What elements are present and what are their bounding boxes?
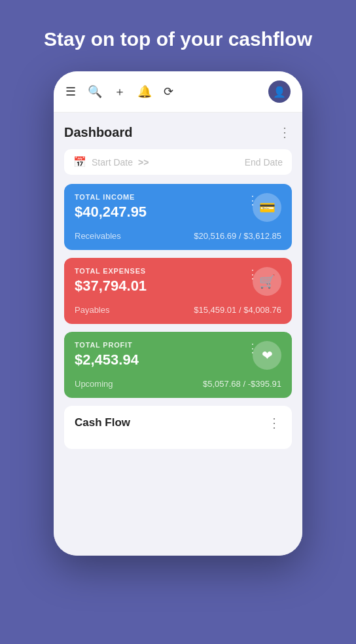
profit-amount: $2,453.94 xyxy=(75,351,139,368)
dashboard-title: Dashboard xyxy=(64,125,132,140)
income-sub-value: $20,516.69 / $3,612.85 xyxy=(194,231,281,241)
income-label: TOTAL INCOME xyxy=(75,193,147,201)
cashflow-title: Cash Flow xyxy=(75,416,130,429)
calendar-icon: 📅 xyxy=(73,156,86,168)
profit-sub-label: Upcoming xyxy=(75,379,113,389)
expenses-sub-label: Payables xyxy=(75,305,109,315)
hero-title: Stay on top of your cashflow xyxy=(18,0,338,71)
income-card-menu[interactable]: ⋮ xyxy=(247,193,259,207)
add-icon[interactable]: ＋ xyxy=(114,84,126,99)
expenses-card-info: TOTAL EXPENSES $37,794.01 xyxy=(75,267,147,295)
total-income-card: ⋮ TOTAL INCOME $40,247.95 💳 Receivables … xyxy=(64,184,292,250)
expenses-card-menu[interactable]: ⋮ xyxy=(247,267,259,281)
dashboard-header: Dashboard ⋮ xyxy=(64,124,292,140)
expenses-label: TOTAL EXPENSES xyxy=(75,267,147,275)
main-content: Dashboard ⋮ 📅 Start Date >> End Date ⋮ T… xyxy=(54,113,302,556)
income-sub-label: Receivables xyxy=(75,231,121,241)
profit-card-info: TOTAL PROFIT $2,453.94 xyxy=(75,341,139,368)
search-icon[interactable]: 🔍 xyxy=(88,84,102,99)
date-arrow: >> xyxy=(138,157,149,168)
expenses-icon: 🛒 xyxy=(259,274,276,289)
income-card-info: TOTAL INCOME $40,247.95 xyxy=(75,193,147,221)
profit-card-bottom: Upcoming $5,057.68 / -$395.91 xyxy=(75,379,281,389)
end-date-label: End Date xyxy=(154,157,283,168)
cashflow-menu-icon[interactable]: ⋮ xyxy=(268,415,281,431)
start-date-label: Start Date xyxy=(92,157,133,168)
menu-icon[interactable]: ☰ xyxy=(65,84,76,99)
date-range-bar[interactable]: 📅 Start Date >> End Date xyxy=(64,149,292,175)
avatar-icon: 👤 xyxy=(273,86,286,98)
profit-icon: ❤ xyxy=(262,348,273,363)
phone-frame: ☰ 🔍 ＋ 🔔 ⟳ 👤 Dashboard ⋮ 📅 Start Date >> … xyxy=(54,71,302,556)
total-expenses-card: ⋮ TOTAL EXPENSES $37,794.01 🛒 Payables $… xyxy=(64,258,292,324)
cashflow-header: Cash Flow ⋮ xyxy=(75,415,281,431)
income-icon: 💳 xyxy=(259,200,276,215)
refresh-icon[interactable]: ⟳ xyxy=(164,84,173,99)
expenses-amount: $37,794.01 xyxy=(75,277,147,295)
expenses-sub-value: $15,459.01 / $4,008.76 xyxy=(194,305,281,315)
avatar[interactable]: 👤 xyxy=(268,80,291,103)
total-profit-card: ⋮ TOTAL PROFIT $2,453.94 ❤ Upcoming $5,0… xyxy=(64,332,292,398)
profit-label: TOTAL PROFIT xyxy=(75,341,139,349)
income-card-bottom: Receivables $20,516.69 / $3,612.85 xyxy=(75,231,281,241)
expenses-card-bottom: Payables $15,459.01 / $4,008.76 xyxy=(75,305,281,315)
profit-card-menu[interactable]: ⋮ xyxy=(247,341,259,355)
income-amount: $40,247.95 xyxy=(75,204,147,221)
profit-sub-value: $5,057.68 / -$395.91 xyxy=(203,379,281,389)
bell-icon[interactable]: 🔔 xyxy=(137,84,152,99)
nav-bar: ☰ 🔍 ＋ 🔔 ⟳ 👤 xyxy=(54,71,302,113)
cashflow-section: Cash Flow ⋮ xyxy=(64,406,292,449)
dashboard-menu-icon[interactable]: ⋮ xyxy=(278,124,292,140)
